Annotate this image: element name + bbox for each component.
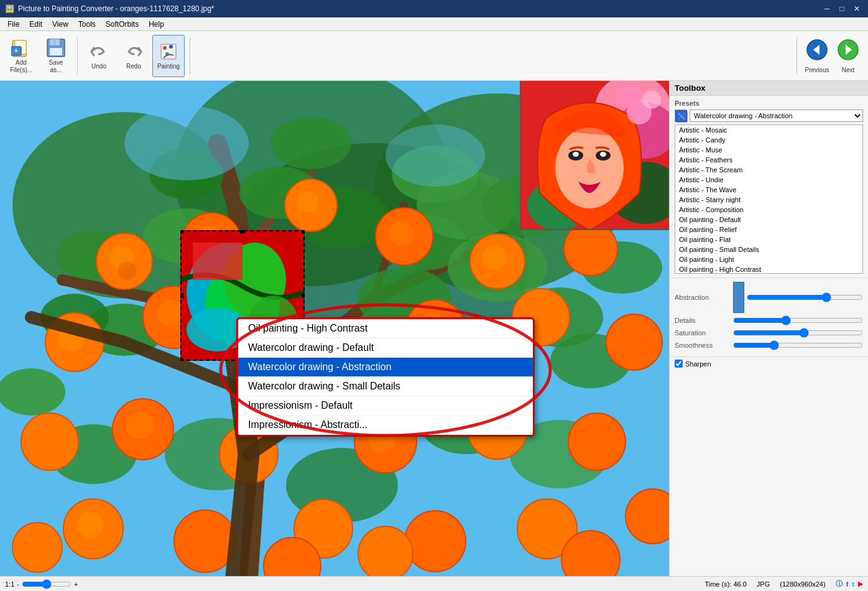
menu-help[interactable]: Help [144, 19, 169, 30]
svg-point-70 [126, 412, 154, 439]
smoothness-label: Smoothness [675, 342, 731, 349]
menu-file[interactable]: File [2, 19, 24, 30]
menu-edit[interactable]: Edit [24, 19, 47, 30]
nav-area: Previous Next [793, 35, 863, 77]
previous-label: Previous [805, 67, 829, 73]
preset-dropdown[interactable]: Watercolor drawing - Abstractio... Artis… [690, 109, 863, 122]
dropdown-item-watercolor-default[interactable]: Watercolor drawing - Default [238, 338, 533, 358]
svg-point-106 [573, 152, 579, 157]
undo-button[interactable]: Undo [83, 35, 115, 77]
svg-point-10 [169, 45, 173, 49]
preset-item[interactable]: Artistic - Composition [675, 205, 862, 215]
preset-icon [675, 109, 687, 122]
preset-item[interactable]: Artistic - Mosaic [675, 125, 862, 135]
nav-separator [796, 37, 797, 75]
facebook-icon[interactable]: f [846, 580, 849, 588]
painting-button[interactable]: Painting [152, 35, 185, 77]
preset-item[interactable]: Artistic - Candy [675, 135, 862, 145]
save-as-button[interactable]: Saveas... [40, 35, 72, 77]
toolbar: + AddFile(s)... Saveas... Undo [0, 31, 868, 81]
sliders-section: Abstraction Details Saturation Smoothnes… [670, 278, 868, 357]
previous-icon [806, 39, 828, 65]
next-icon [837, 39, 859, 65]
youtube-icon[interactable]: ▶ [858, 580, 863, 588]
details-slider-row: Details [675, 315, 863, 325]
presets-section: Presets Watercolor drawing - Abstractio.… [670, 96, 868, 278]
dropdown-item-oil-high-contrast[interactable]: Oil painting - High Contrast [238, 319, 533, 338]
toolbar-sep-1 [77, 37, 78, 75]
preset-item[interactable]: Oil painting - High Contrast [675, 264, 862, 274]
undo-icon [89, 42, 109, 62]
close-button[interactable]: ✕ [851, 2, 863, 15]
dropdown-item-watercolor-small[interactable]: Watercolor drawing - Small Details [238, 377, 533, 396]
preset-list: Artistic - Mosaic Artistic - Candy Artis… [675, 124, 863, 274]
redo-icon [124, 42, 144, 62]
next-button[interactable]: Next [833, 35, 863, 77]
next-label: Next [842, 67, 855, 73]
menu-tools[interactable]: Tools [73, 19, 101, 30]
abstraction-color-bar [733, 282, 744, 313]
details-slider[interactable] [733, 315, 863, 325]
svg-point-109 [642, 90, 661, 109]
svg-point-80 [405, 511, 466, 572]
sharpen-label[interactable]: Sharpen [685, 360, 711, 368]
time-label: Time (s): 46.0 [704, 580, 746, 588]
toolbox-title: Toolbox [675, 83, 706, 93]
svg-point-57 [482, 246, 506, 269]
sharpen-checkbox[interactable] [675, 360, 683, 368]
zoom-item: 1:1 - + [5, 579, 78, 589]
zoom-plus-icon[interactable]: + [74, 580, 78, 588]
add-file-button[interactable]: + AddFile(s)... [5, 35, 37, 77]
saturation-slider[interactable] [733, 328, 863, 338]
dropdown-item-watercolor-abstraction[interactable]: Watercolor drawing - Abstraction [238, 358, 533, 377]
svg-point-9 [163, 46, 167, 50]
abstraction-slider-row: Abstraction [675, 282, 863, 313]
svg-point-75 [568, 413, 626, 470]
toolbar-sep-2 [190, 37, 190, 75]
info-icon[interactable]: ⓘ [836, 579, 843, 589]
save-icon [46, 38, 66, 58]
preview-thumbnail [520, 81, 669, 230]
menu-bar: File Edit View Tools SoftOrbits Help [0, 17, 868, 31]
painting-icon [159, 42, 178, 62]
abstraction-slider[interactable] [747, 292, 863, 302]
svg-point-83 [12, 523, 62, 572]
saturation-slider-row: Saturation [675, 328, 863, 338]
dropdown-item-impressionism-abstraction[interactable]: Impressionism - Abstracti... [238, 416, 533, 435]
dimensions-item: (1280x960x24) [780, 580, 825, 588]
redo-button[interactable]: Redo [118, 35, 150, 77]
minimize-button[interactable]: ─ [821, 2, 833, 15]
preset-item[interactable]: Artistic - Undie [675, 175, 862, 185]
menu-softorbits[interactable]: SoftOrbits [101, 19, 144, 30]
previous-button[interactable]: Previous [802, 35, 832, 77]
preset-item[interactable]: Oil painting - Relief [675, 225, 862, 235]
dropdown-item-impressionism-default[interactable]: Impressionism - Default [238, 396, 533, 416]
zoom-label: 1:1 [5, 580, 14, 588]
smoothness-slider[interactable] [733, 340, 863, 350]
svg-rect-93 [193, 243, 242, 280]
zoom-minus-icon[interactable]: - [17, 580, 19, 588]
maximize-button[interactable]: □ [836, 2, 848, 15]
redo-label: Redo [126, 63, 141, 70]
preset-item[interactable]: Artistic - The Scream [675, 165, 862, 175]
main-area: Oil painting - High Contrast Watercolor … [0, 81, 868, 576]
toolbox-header: Toolbox [670, 81, 868, 96]
svg-rect-6 [50, 48, 62, 55]
preset-item[interactable]: Oil painting - Small Details [675, 244, 862, 254]
dimensions-label: (1280x960x24) [780, 580, 825, 588]
svg-point-107 [600, 152, 606, 157]
preset-item[interactable]: Oil painting - Flat [675, 235, 862, 244]
svg-point-67 [606, 314, 662, 370]
twitter-icon[interactable]: t [852, 580, 854, 588]
preset-item[interactable]: Artistic - Starry night [675, 195, 862, 205]
svg-point-88 [386, 124, 485, 187]
preset-item[interactable]: Artistic - The Wave [675, 185, 862, 195]
preset-item[interactable]: Oil painting - Default [675, 215, 862, 225]
menu-view[interactable]: View [47, 19, 73, 30]
preset-item[interactable]: Artistic - Muse [675, 145, 862, 155]
preset-item[interactable]: Oil painting - Light [675, 254, 862, 264]
preset-item[interactable]: Artistic - Feathers [675, 155, 862, 165]
svg-point-77 [77, 512, 103, 538]
zoom-slider[interactable] [22, 579, 72, 589]
canvas-area[interactable]: Oil painting - High Contrast Watercolor … [0, 81, 669, 576]
